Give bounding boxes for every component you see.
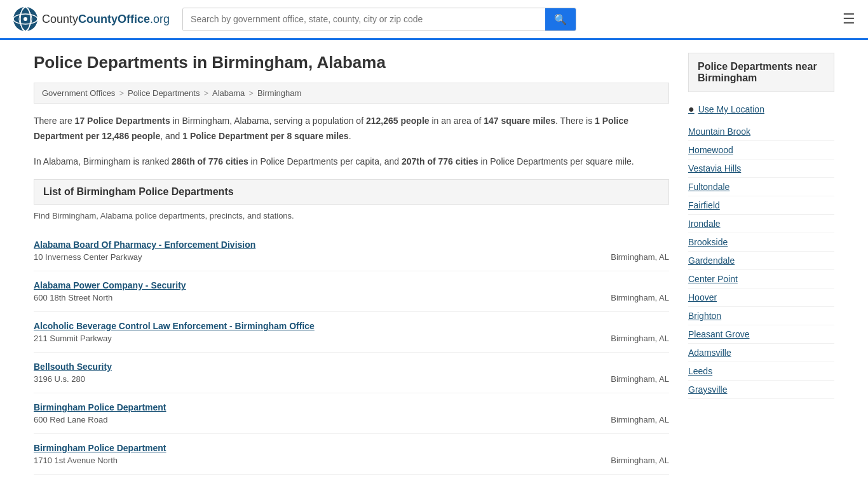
list-item: Gardendale <box>688 252 834 270</box>
sidebar-city-link[interactable]: Adamsville <box>688 348 731 358</box>
sidebar-city-link[interactable]: Irondale <box>688 219 721 229</box>
sidebar-city-link[interactable]: Pleasant Grove <box>688 329 750 339</box>
breadcrumb-police-depts[interactable]: Police Departments <box>128 88 200 98</box>
list-section-header: List of Birmingham Police Departments <box>34 179 669 205</box>
list-item: Mountain Brook <box>688 123 834 141</box>
use-location-button[interactable]: ● Use My Location <box>688 98 834 120</box>
dept-name-link[interactable]: Alabama Power Company - Security <box>34 280 608 290</box>
table-row: Bellsouth Security 3196 U.s. 280 Birming… <box>34 353 669 393</box>
list-item: Irondale <box>688 215 834 233</box>
use-location-label: Use My Location <box>698 104 764 114</box>
logo-text: CountyCountyOffice.org <box>42 13 170 26</box>
section-subtitle: Find Birmingham, Alabama police departme… <box>34 211 669 220</box>
dept-address: 600 18th Street North <box>34 293 608 302</box>
sidebar-city-link[interactable]: Graysville <box>688 384 727 395</box>
dept-name-link[interactable]: Birmingham Police Department <box>34 443 608 453</box>
svg-point-3 <box>24 17 27 21</box>
dept-name-link[interactable]: Birmingham Police Department <box>34 402 608 412</box>
list-item: Vestavia Hills <box>688 159 834 178</box>
dept-city: Birmingham, AL <box>611 374 669 384</box>
description-para2: In Alabama, Birmingham is ranked 286th o… <box>34 154 669 170</box>
dept-address: 10 Inverness Center Parkway <box>34 252 608 262</box>
breadcrumb-alabama[interactable]: Alabama <box>212 88 245 98</box>
table-row: Birmingham Police Department 600 Red Lan… <box>34 393 669 434</box>
department-list: Alabama Board Of Pharmacy - Enforcement … <box>34 231 669 475</box>
main-container: Police Departments in Birmingham, Alabam… <box>21 40 847 487</box>
sidebar: Police Departments near Birmingham ● Use… <box>688 53 834 475</box>
logo[interactable]: CountyCountyOffice.org <box>13 6 170 32</box>
table-row: Alabama Power Company - Security 600 18t… <box>34 271 669 312</box>
breadcrumb-birmingham[interactable]: Birmingham <box>257 88 301 98</box>
list-item: Pleasant Grove <box>688 325 834 344</box>
dept-city: Birmingham, AL <box>611 415 669 424</box>
sidebar-city-link[interactable]: Leeds <box>688 366 712 376</box>
nearby-cities-list: Mountain Brook Homewood Vestavia Hills F… <box>688 123 834 399</box>
list-item: Center Point <box>688 270 834 288</box>
dept-name-link[interactable]: Alabama Board Of Pharmacy - Enforcement … <box>34 240 608 250</box>
dept-name-link[interactable]: Bellsouth Security <box>34 362 608 372</box>
list-item: Leeds <box>688 362 834 381</box>
sidebar-city-link[interactable]: Brighton <box>688 311 721 321</box>
list-item: Brighton <box>688 307 834 325</box>
dept-city: Birmingham, AL <box>611 456 669 465</box>
breadcrumb-sep-3: > <box>248 88 254 98</box>
table-row: Alcoholic Beverage Control Law Enforceme… <box>34 312 669 353</box>
breadcrumb-sep-1: > <box>119 88 124 98</box>
list-item: Adamsville <box>688 344 834 362</box>
description-para1: There are 17 Police Departments in Birmi… <box>34 114 669 144</box>
dept-address: 1710 1st Avenue North <box>34 456 608 465</box>
content-area: Police Departments in Birmingham, Alabam… <box>34 53 669 475</box>
dept-address: 3196 U.s. 280 <box>34 374 608 384</box>
sidebar-city-link[interactable]: Center Point <box>688 274 738 284</box>
dept-city: Birmingham, AL <box>611 334 669 343</box>
sidebar-city-link[interactable]: Vestavia Hills <box>688 163 741 173</box>
sidebar-city-link[interactable]: Homewood <box>688 145 733 155</box>
sidebar-city-link[interactable]: Mountain Brook <box>688 126 750 137</box>
sidebar-city-link[interactable]: Gardendale <box>688 255 735 266</box>
search-bar: 🔍 <box>182 8 576 31</box>
list-item: Fultondale <box>688 178 834 196</box>
location-pin-icon: ● <box>688 104 695 115</box>
dept-name-link[interactable]: Alcoholic Beverage Control Law Enforceme… <box>34 321 608 331</box>
sidebar-city-link[interactable]: Brookside <box>688 237 728 247</box>
search-input[interactable] <box>183 8 545 30</box>
page-title: Police Departments in Birmingham, Alabam… <box>34 53 669 72</box>
menu-icon[interactable]: ☰ <box>843 11 855 27</box>
table-row: Alabama Board Of Pharmacy - Enforcement … <box>34 231 669 271</box>
list-item: Graysville <box>688 381 834 399</box>
list-item: Hoover <box>688 288 834 307</box>
dept-city: Birmingham, AL <box>611 252 669 262</box>
sidebar-city-link[interactable]: Fultondale <box>688 182 729 192</box>
logo-icon <box>13 6 38 32</box>
breadcrumb-sep-2: > <box>203 88 208 98</box>
list-item: Fairfield <box>688 196 834 215</box>
list-item: Homewood <box>688 141 834 159</box>
sidebar-header: Police Departments near Birmingham <box>688 53 834 92</box>
search-icon: 🔍 <box>554 14 567 25</box>
breadcrumb: Government Offices > Police Departments … <box>34 83 669 104</box>
search-button[interactable]: 🔍 <box>545 8 576 30</box>
dept-city: Birmingham, AL <box>611 293 669 302</box>
dept-address: 600 Red Lane Road <box>34 415 608 424</box>
sidebar-city-link[interactable]: Fairfield <box>688 200 720 210</box>
sidebar-city-link[interactable]: Hoover <box>688 292 717 302</box>
breadcrumb-gov-offices[interactable]: Government Offices <box>42 88 115 98</box>
table-row: Birmingham Police Department 1710 1st Av… <box>34 434 669 475</box>
list-item: Brookside <box>688 233 834 252</box>
site-header: CountyCountyOffice.org 🔍 ☰ <box>0 0 868 40</box>
dept-address: 211 Summit Parkway <box>34 334 608 343</box>
